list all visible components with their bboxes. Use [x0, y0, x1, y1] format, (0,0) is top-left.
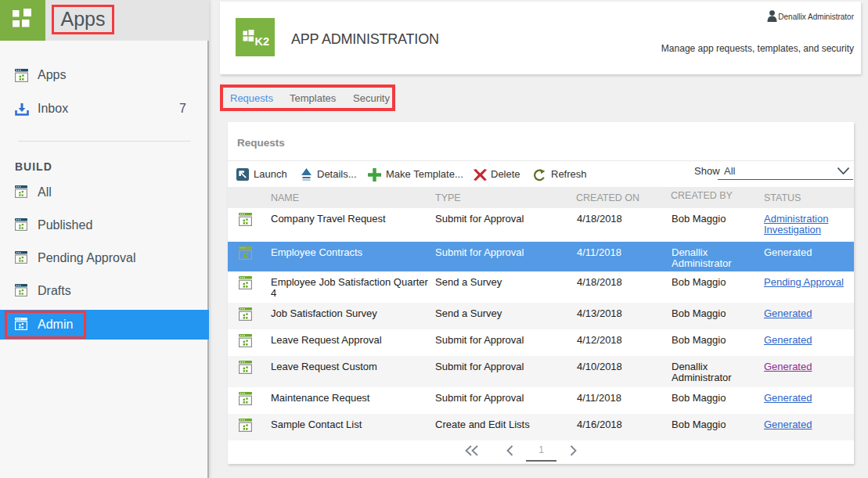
svg-text:K2: K2: [255, 35, 270, 48]
